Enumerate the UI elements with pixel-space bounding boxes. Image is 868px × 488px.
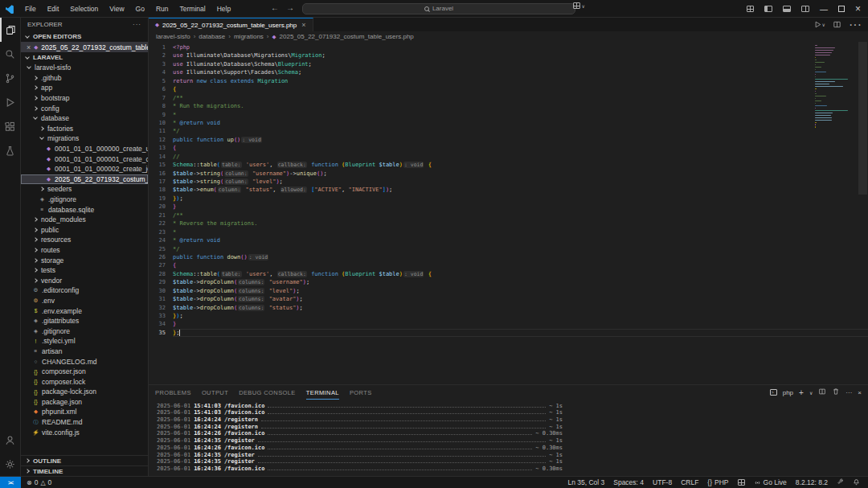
tree-item[interactable]: config xyxy=(21,103,148,113)
run-debug-icon[interactable] xyxy=(0,90,21,114)
toggle-panel-icon[interactable] xyxy=(783,6,791,12)
editor-tab[interactable]: ◆ 2025_05_22_071932_costum_table_users.p… xyxy=(149,18,313,31)
search-sidebar-icon[interactable] xyxy=(0,42,21,66)
split-terminal-button[interactable] xyxy=(818,388,826,397)
code-line[interactable]: public function up(): void xyxy=(173,136,868,144)
menu-terminal[interactable]: Terminal xyxy=(174,5,211,13)
remote-indicator[interactable]: >< xyxy=(0,477,21,488)
menu-go[interactable]: Go xyxy=(130,5,150,13)
code-line[interactable]: // xyxy=(173,153,868,161)
code-line[interactable]: <?php xyxy=(173,43,868,51)
open-editors-header[interactable]: OPEN EDITORS xyxy=(21,31,148,42)
nav-forward-icon[interactable]: → xyxy=(286,3,294,12)
tree-item[interactable]: $.env.example xyxy=(21,306,148,316)
code-line[interactable]: public function down(): void xyxy=(173,253,868,261)
code-line[interactable]: use Illuminate\Database\Migrations\Migra… xyxy=(173,51,868,59)
tree-item[interactable]: ◆phpunit.xml xyxy=(21,407,148,417)
breadcrumb-item[interactable]: migrations xyxy=(234,33,264,40)
tree-item[interactable]: ◆0001_01_01_000002_create_jobs_ta... xyxy=(21,164,148,174)
scrollbar-slider[interactable] xyxy=(858,42,867,195)
workspace-header[interactable]: LARAVEL xyxy=(21,52,148,63)
run-php-button[interactable]: ∨ xyxy=(813,20,825,29)
minimap[interactable] xyxy=(815,45,855,129)
code-line[interactable]: } xyxy=(173,320,868,328)
menu-help[interactable]: Help xyxy=(211,5,236,13)
code-line[interactable]: $table->dropColumn(columns: "status"); xyxy=(173,304,868,312)
tree-item[interactable]: ⓘREADME.md xyxy=(21,417,148,428)
source-control-icon[interactable] xyxy=(0,66,21,90)
code-area[interactable]: <?phpuse Illuminate\Database\Migrations\… xyxy=(173,43,868,384)
tree-item[interactable]: tests xyxy=(21,265,148,276)
extensions-icon[interactable] xyxy=(0,114,21,138)
minimize-button[interactable]: — xyxy=(820,5,828,14)
breadcrumb-item[interactable]: 2025_05_22_071932_costum_table_users.php xyxy=(280,33,414,40)
tree-item[interactable]: public xyxy=(21,225,148,236)
code-line[interactable]: $table->dropColumn(columns: "username"); xyxy=(173,278,868,286)
code-line[interactable]: }); xyxy=(173,195,868,203)
tree-item[interactable]: {}package.json xyxy=(21,397,148,408)
code-line[interactable]: */ xyxy=(173,245,868,253)
close-icon[interactable]: × xyxy=(27,43,31,51)
breadcrumb-item[interactable]: laravel-sisfo xyxy=(156,33,190,40)
code-line[interactable]: Schema::table(table: 'users', callback: … xyxy=(173,161,868,169)
tree-item[interactable]: ○CHANGELOG.md xyxy=(21,356,148,367)
code-line[interactable]: $table->enum(column: "status", allowed: … xyxy=(173,186,868,194)
tree-item[interactable]: ≡database.sqlite xyxy=(21,204,148,215)
go-live-button[interactable]: Go Live xyxy=(754,478,787,486)
code-line[interactable]: /** xyxy=(173,211,868,219)
open-editor-item[interactable]: × ◆ 2025_05_22_071932_costum_table... xyxy=(21,42,148,52)
tree-item[interactable]: {}composer.lock xyxy=(21,376,148,387)
terminal-dropdown-icon[interactable]: ∨ xyxy=(809,390,813,396)
php-version-status[interactable]: 8.2.12: 8.2 xyxy=(796,478,828,486)
more-actions-icon[interactable]: ··· xyxy=(845,389,852,396)
tree-item[interactable]: app xyxy=(21,83,148,93)
explorer-icon[interactable] xyxy=(0,18,21,42)
code-line[interactable]: * @return void xyxy=(173,236,868,244)
menu-view[interactable]: View xyxy=(104,5,129,13)
panel-tab-problems[interactable]: PROBLEMS xyxy=(155,385,191,400)
panel-tab-debug-console[interactable]: DEBUG CONSOLE xyxy=(239,385,296,400)
new-terminal-button[interactable]: + xyxy=(799,388,804,397)
feedback-wrench-icon[interactable] xyxy=(837,478,844,487)
code-line[interactable]: }; xyxy=(173,329,868,337)
code-line[interactable]: * Run the migrations. xyxy=(173,102,868,110)
split-editor-button[interactable] xyxy=(833,18,841,32)
code-line[interactable]: /** xyxy=(173,94,868,102)
php-tools-icon[interactable] xyxy=(738,479,745,486)
menu-edit[interactable]: Edit xyxy=(42,5,65,13)
tree-item[interactable]: ◆2025_05_22_071932_costum_table_... xyxy=(21,174,148,185)
code-line[interactable]: } xyxy=(173,203,868,211)
code-line[interactable]: return new class extends Migration xyxy=(173,77,868,85)
problems-status[interactable]: ⊗ 0 △ 0 xyxy=(27,478,51,486)
kill-terminal-button[interactable] xyxy=(832,388,840,397)
breadcrumb-item[interactable]: database xyxy=(199,33,225,40)
tree-item[interactable]: factories xyxy=(21,124,148,134)
toggle-secondary-sidebar-icon[interactable] xyxy=(801,6,809,12)
encoding-status[interactable]: UTF-8 xyxy=(653,478,672,486)
tree-item[interactable]: vendor xyxy=(21,275,148,285)
code-line[interactable]: }); xyxy=(173,312,868,320)
code-line[interactable]: $table->dropColumn(columns: "avatar"); xyxy=(173,295,868,303)
tree-item[interactable]: ◈.gitattributes xyxy=(21,316,148,326)
code-line[interactable]: */ xyxy=(173,127,868,135)
testing-icon[interactable] xyxy=(0,138,21,162)
toggle-sidebar-icon[interactable] xyxy=(764,6,772,12)
menu-selection[interactable]: Selection xyxy=(64,5,104,13)
account-icon[interactable] xyxy=(0,428,21,452)
code-line[interactable]: * xyxy=(173,228,868,236)
settings-gear-icon[interactable] xyxy=(0,452,21,476)
tree-item[interactable]: laravel-sisfo xyxy=(21,63,148,73)
tree-item[interactable]: ⚙.env xyxy=(21,296,148,306)
command-center[interactable]: Laravel xyxy=(302,3,575,14)
tree-item[interactable]: {}package-lock.json xyxy=(21,387,148,397)
code-line[interactable]: { xyxy=(173,85,868,93)
terminal-output[interactable]: 2025-06-0115:41:03/favicon.ico~ 1s2025-0… xyxy=(149,400,868,476)
panel-tab-terminal[interactable]: TERMINAL xyxy=(306,385,339,400)
tree-item[interactable]: migrations xyxy=(21,133,148,144)
code-line[interactable]: { xyxy=(173,261,868,269)
panel-tab-ports[interactable]: PORTS xyxy=(350,385,372,400)
outline-section[interactable]: OUTLINE xyxy=(21,455,148,465)
tree-item[interactable]: node_modules xyxy=(21,215,148,225)
tree-item[interactable]: ⚙.editorconfig xyxy=(21,285,148,296)
code-line[interactable]: Schema::table(table: 'users', callback: … xyxy=(173,270,868,278)
